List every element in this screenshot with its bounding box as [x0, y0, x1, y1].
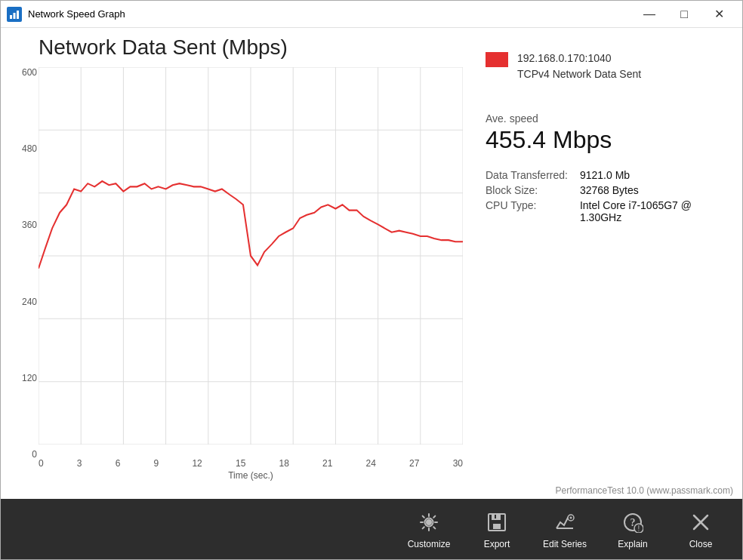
x-label-18: 18	[279, 458, 289, 469]
x-label-27: 27	[409, 458, 419, 469]
floppy-icon	[483, 509, 510, 536]
chart-svg	[39, 67, 463, 445]
x-label-12: 12	[192, 458, 202, 469]
window-controls: — □ ✕	[632, 3, 736, 26]
app-icon	[7, 7, 22, 22]
svg-text:!: !	[638, 525, 640, 533]
svg-rect-1	[14, 13, 16, 19]
window-title: Network Speed Graph	[28, 8, 632, 20]
y-label-480: 480	[22, 143, 37, 154]
data-transferred-value: 9121.0 Mb	[580, 169, 720, 181]
y-axis-labels: 600 480 360 240 120 0	[8, 67, 37, 460]
x-label-15: 15	[236, 458, 245, 469]
y-label-240: 240	[22, 297, 37, 307]
svg-rect-2	[17, 11, 19, 19]
ave-speed-value: 455.4 Mbps	[486, 126, 720, 154]
y-label-0: 0	[32, 449, 37, 460]
export-button[interactable]: Export	[470, 509, 523, 549]
x-label-3: 3	[77, 458, 82, 469]
y-label-120: 120	[22, 373, 37, 383]
explain-label: Explain	[618, 539, 647, 549]
svg-rect-26	[495, 515, 496, 518]
toolbar: Customize Export	[1, 499, 742, 559]
x-label-24: 24	[366, 458, 376, 469]
svg-rect-25	[493, 524, 501, 529]
watermark: PerformanceTest 10.0 (www.passmark.com)	[1, 482, 742, 499]
ave-speed-label: Ave. speed	[486, 112, 720, 125]
main-area: Network Data Sent (Mbps) 600 480 360 240…	[1, 28, 742, 482]
info-panel: 192.168.0.170:1040 TCPv4 Network Data Se…	[463, 35, 735, 482]
title-bar: Network Speed Graph — □ ✕	[1, 1, 742, 28]
chart-section: Network Data Sent (Mbps) 600 480 360 240…	[8, 35, 463, 482]
legend-text: 192.168.0.170:1040 TCPv4 Network Data Se…	[517, 51, 641, 82]
y-label-600: 600	[22, 67, 37, 78]
chart-container: 600 480 360 240 120 0	[39, 67, 463, 482]
chart-title: Network Data Sent (Mbps)	[39, 35, 463, 60]
block-size-label: Block Size:	[486, 184, 568, 196]
stats-section: Ave. speed 455.4 Mbps Data Transferred: …	[486, 112, 720, 223]
x-label-30: 30	[453, 458, 463, 469]
x-label-9: 9	[154, 458, 159, 469]
edit-series-button[interactable]: Edit Series	[538, 509, 591, 549]
close-window-button[interactable]: ✕	[701, 3, 736, 26]
x-axis-title: Time (sec.)	[39, 470, 463, 481]
block-size-value: 32768 Bytes	[580, 184, 720, 196]
close-button[interactable]: Close	[674, 509, 727, 549]
close-label: Close	[689, 539, 713, 549]
main-window: Network Speed Graph — □ ✕ Network Data S…	[0, 0, 743, 560]
cpu-type-value: Intel Core i7-1065G7 @ 1.30GHz	[580, 199, 720, 223]
x-label-6: 6	[116, 458, 121, 469]
graph-svg-wrapper	[39, 67, 463, 445]
cpu-type-label: CPU Type:	[486, 199, 568, 223]
chart-edit-icon	[551, 509, 578, 536]
customize-button[interactable]: Customize	[402, 509, 455, 549]
close-x-icon	[687, 509, 714, 536]
legend-line1: 192.168.0.170:1040	[517, 51, 641, 66]
maximize-button[interactable]: □	[667, 3, 701, 26]
x-axis-labels: 0 3 6 9 12 15 18 21 24 27 30	[39, 455, 463, 469]
legend-line2: TCPv4 Network Data Sent	[517, 66, 641, 82]
minimize-button[interactable]: —	[632, 3, 667, 26]
svg-rect-0	[10, 15, 12, 19]
content-area: Network Data Sent (Mbps) 600 480 360 240…	[1, 28, 742, 559]
y-label-360: 360	[22, 220, 37, 230]
explain-button[interactable]: ? ! Explain	[606, 509, 659, 549]
legend-item: 192.168.0.170:1040 TCPv4 Network Data Se…	[486, 51, 720, 82]
data-table: Data Transferred: 9121.0 Mb Block Size: …	[486, 169, 720, 223]
data-transferred-label: Data Transferred:	[486, 169, 568, 181]
svg-point-21	[426, 519, 432, 525]
x-label-21: 21	[322, 458, 332, 469]
help-icon: ? !	[619, 509, 646, 536]
export-label: Export	[484, 539, 510, 549]
x-label-0: 0	[39, 458, 44, 469]
legend-color-swatch	[486, 52, 508, 67]
customize-label: Customize	[408, 539, 451, 549]
edit-series-label: Edit Series	[543, 539, 587, 549]
gear-icon	[415, 509, 442, 536]
